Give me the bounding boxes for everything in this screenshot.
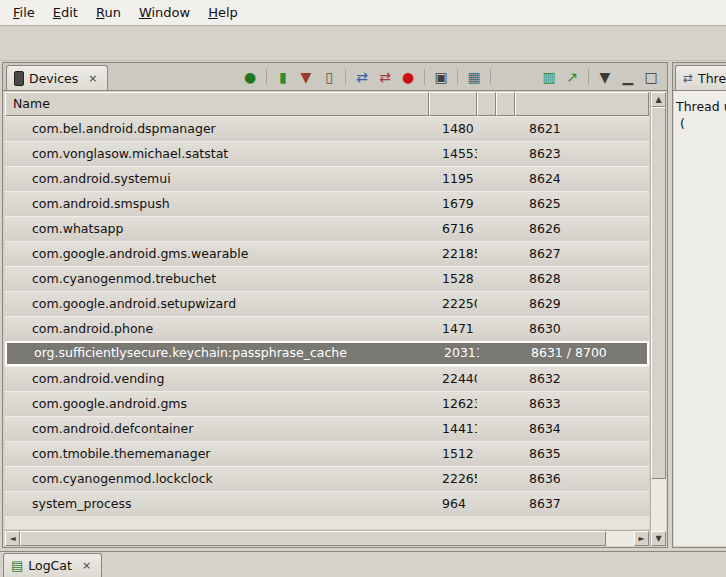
vscrollbar-thumb[interactable]	[651, 107, 666, 479]
tab-devices[interactable]: Devices ×	[6, 65, 108, 90]
stop-threads-icon[interactable]: ⇄	[375, 67, 395, 87]
process-port: 8632	[515, 367, 649, 391]
process-name: com.cyanogenmod.lockclock	[5, 467, 429, 491]
process-pid: 1512	[429, 442, 477, 466]
scroll-down-icon[interactable]: ▼	[651, 531, 666, 546]
process-pid: 1195	[429, 167, 477, 191]
table-row[interactable]: com.bel.android.dspmanager14808621	[5, 116, 649, 141]
process-port: 8634	[515, 417, 649, 441]
cause-gc-icon[interactable]: ▯	[319, 67, 339, 87]
toolbar-separator	[588, 69, 589, 85]
column-header-3[interactable]	[496, 92, 515, 116]
table-row[interactable]: com.google.android.setupwizard222508629	[5, 291, 649, 316]
process-port: 8636	[515, 467, 649, 491]
empty-cell	[496, 492, 515, 516]
empty-cell	[496, 167, 515, 191]
process-port: 8633	[515, 392, 649, 416]
column-header-name[interactable]: Name	[5, 92, 429, 116]
empty-cell	[496, 367, 515, 391]
process-pid: 20311	[431, 343, 479, 364]
devices-panel: Devices × ●▮▼▯⇄⇄●▣▦▥↗▼▁□ Name com.bel.an…	[2, 62, 668, 548]
horizontal-scrollbar[interactable]: ◄ ►	[5, 530, 649, 546]
table-row[interactable]: com.tmobile.thememanager15128635	[5, 441, 649, 466]
table-row[interactable]: com.android.defcontainer144118634	[5, 416, 649, 441]
tab-logcat[interactable]: ▤ LogCat ×	[3, 553, 102, 577]
threads-message-line1: Thread up	[676, 98, 726, 115]
empty-cell	[496, 467, 515, 491]
empty-cell	[496, 117, 515, 141]
process-port: 8627	[515, 242, 649, 266]
hscrollbar-thumb[interactable]	[20, 531, 606, 546]
scroll-left-icon[interactable]: ◄	[5, 531, 20, 546]
table-header: Name	[5, 92, 649, 116]
process-port: 8626	[515, 217, 649, 241]
table-row[interactable]: com.vonglasow.michael.satstat145538623	[5, 141, 649, 166]
maximize-icon[interactable]: □	[641, 67, 661, 87]
view-hierarchy-icon[interactable]: ▦	[464, 67, 484, 87]
profiling-bars-icon[interactable]: ▥	[539, 67, 559, 87]
device-table-body: com.bel.android.dspmanager14808621com.vo…	[5, 116, 649, 529]
toolbar-separator	[345, 69, 346, 85]
table-row[interactable]: org.sufficientlysecure.keychain:passphra…	[5, 341, 649, 366]
empty-cell	[477, 492, 496, 516]
table-row[interactable]: com.android.phone14718630	[5, 316, 649, 341]
view-menu-icon[interactable]: ▼	[595, 67, 615, 87]
process-port: 8624	[515, 167, 649, 191]
minimize-icon[interactable]: ▁	[618, 67, 638, 87]
process-name: com.android.systemui	[5, 167, 429, 191]
process-pid: 22265	[429, 467, 477, 491]
close-icon[interactable]: ×	[85, 72, 100, 85]
vertical-scrollbar[interactable]: ▲ ▼	[650, 92, 666, 546]
empty-cell	[496, 242, 515, 266]
table-row[interactable]: com.google.android.gms.wearable221858627	[5, 241, 649, 266]
process-port: 8623	[515, 142, 649, 166]
process-port: 8629	[515, 292, 649, 316]
process-pid: 1679	[429, 192, 477, 216]
update-threads-icon[interactable]: ⇄	[352, 67, 372, 87]
menu-window[interactable]: Window	[130, 2, 199, 23]
table-row[interactable]: system_process9648637	[5, 491, 649, 516]
scroll-right-icon[interactable]: ►	[634, 531, 649, 546]
process-name: com.bel.android.dspmanager	[5, 117, 429, 141]
process-port: 8630	[515, 317, 649, 341]
empty-cell	[496, 217, 515, 241]
scroll-up-icon[interactable]: ▲	[651, 92, 666, 107]
table-row[interactable]: com.cyanogenmod.lockclock222658636	[5, 466, 649, 491]
process-pid: 14411	[429, 417, 477, 441]
empty-cell	[477, 267, 496, 291]
stop-process-icon[interactable]: ●	[398, 67, 418, 87]
screen-capture-icon[interactable]: ▣	[431, 67, 451, 87]
process-pid: 14553	[429, 142, 477, 166]
table-row[interactable]: com.android.systemui11958624	[5, 166, 649, 191]
empty-cell	[477, 467, 496, 491]
menu-edit[interactable]: Edit	[44, 2, 87, 23]
menu-run[interactable]: Run	[87, 2, 130, 23]
menu-file[interactable]: File	[4, 2, 44, 23]
process-name: com.whatsapp	[5, 217, 429, 241]
process-name: com.google.android.gms	[5, 392, 429, 416]
table-row[interactable]: com.android.vending224408632	[5, 366, 649, 391]
table-row[interactable]: com.whatsapp67168626	[5, 216, 649, 241]
menu-help[interactable]: Help	[199, 2, 247, 23]
debug-process-icon[interactable]: ●	[240, 67, 260, 87]
process-port: 8625	[515, 192, 649, 216]
dump-hprof-icon[interactable]: ▼	[296, 67, 316, 87]
close-icon[interactable]: ×	[79, 559, 94, 572]
column-header-pid[interactable]	[429, 92, 477, 116]
process-pid: 12623	[429, 392, 477, 416]
process-port: 8635	[515, 442, 649, 466]
threads-icon: ⇄	[683, 71, 693, 85]
table-row[interactable]: com.android.smspush16798625	[5, 191, 649, 216]
process-pid: 22440	[429, 367, 477, 391]
update-heap-icon[interactable]: ▮	[273, 67, 293, 87]
process-name: com.google.android.gms.wearable	[5, 242, 429, 266]
table-row[interactable]: com.google.android.gms126238633	[5, 391, 649, 416]
table-row[interactable]: com.cyanogenmod.trebuchet15288628	[5, 266, 649, 291]
threads-tabbar: ⇄ Threa	[673, 63, 726, 91]
tab-threads[interactable]: ⇄ Threa	[675, 65, 726, 90]
device-icon	[14, 71, 24, 86]
empty-cell	[477, 242, 496, 266]
column-header-2[interactable]	[477, 92, 496, 116]
profiling-arrow-icon[interactable]: ↗	[562, 67, 582, 87]
column-header-port[interactable]	[515, 92, 649, 116]
